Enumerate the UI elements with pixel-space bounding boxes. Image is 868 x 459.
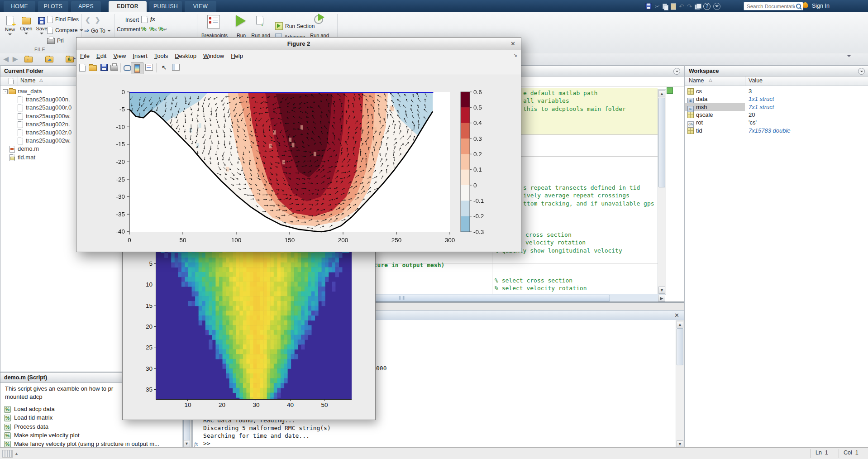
details-description-line1: This script gives an examble on how to p… xyxy=(5,385,113,392)
details-item[interactable]: %Make simple velocity plot xyxy=(0,431,179,440)
help-icon[interactable]: ? xyxy=(703,3,711,10)
path-back-icon[interactable]: ◀ xyxy=(4,55,9,62)
statusbar-expand-icon[interactable]: ▲ xyxy=(14,451,19,456)
figure1-window[interactable]: 10203040505101520253035 xyxy=(122,247,376,420)
workspace-menu-icon[interactable] xyxy=(858,68,865,75)
switch-windows-icon[interactable] xyxy=(695,4,701,10)
new-dropdown-icon[interactable] xyxy=(8,33,12,35)
variable-name: cs xyxy=(696,87,702,95)
command-scrollbar[interactable]: ▲ ▼ xyxy=(676,320,684,449)
tab-plots[interactable]: PLOTS xyxy=(38,1,68,12)
svg-text:-5: -5 xyxy=(119,106,125,113)
workspace-row-qscale[interactable]: qscale 20 xyxy=(685,111,868,119)
expander-icon[interactable]: - xyxy=(3,89,8,94)
workspace-row-msh[interactable]: E msh 7x1 struct xyxy=(685,103,868,111)
workspace-row-cs[interactable]: cs 3 xyxy=(685,87,868,95)
fig-menu-help[interactable]: Help xyxy=(231,53,243,59)
figure2-dock-icon[interactable]: ↘ xyxy=(513,52,517,58)
insert-fx-icon[interactable]: fx xyxy=(150,15,155,23)
run-section-button[interactable]: Run Section xyxy=(275,22,315,30)
open-button[interactable]: Open xyxy=(18,16,34,34)
breadcrumb[interactable]: / xyxy=(68,55,70,62)
open-dropdown-icon[interactable] xyxy=(24,33,28,34)
fig-new-icon[interactable] xyxy=(79,64,87,72)
undo-icon[interactable]: ↶ xyxy=(679,3,684,10)
figure2-titlebar[interactable]: Figure 2 ✕ xyxy=(76,38,521,51)
new-button[interactable]: + New xyxy=(2,16,18,35)
command-window-close-icon[interactable]: ✕ xyxy=(674,312,679,319)
browse-folder-icon[interactable]: ☁ xyxy=(45,57,53,62)
back-icon[interactable]: ❮ xyxy=(85,16,91,24)
redo-icon[interactable]: ↷ xyxy=(687,3,692,10)
editor-scroll-up-icon[interactable]: ▲ xyxy=(658,90,665,97)
up-folder-icon[interactable]: ↑ xyxy=(24,57,33,62)
command-scroll-up-icon[interactable]: ▲ xyxy=(677,321,683,328)
copy-icon[interactable] xyxy=(663,4,668,10)
fig-plottools-icon[interactable] xyxy=(172,64,180,72)
cut-icon[interactable]: ✂ xyxy=(655,3,660,10)
workspace-row-data[interactable]: E data 1x1 struct xyxy=(685,95,868,103)
search-input[interactable] xyxy=(746,3,796,10)
fig-menu-tools[interactable]: Tools xyxy=(154,53,168,59)
details-item[interactable]: %Process data xyxy=(0,423,179,431)
toolbar-options-icon[interactable] xyxy=(713,3,720,10)
print-button[interactable]: Pri xyxy=(47,38,64,44)
go-to-button[interactable]: ⇒Go To xyxy=(84,27,111,34)
code-analyzer-indicator[interactable] xyxy=(667,87,673,94)
editor-scroll-right-icon[interactable]: ▶ xyxy=(658,295,665,301)
compare-button[interactable]: Compare xyxy=(47,27,83,34)
insert-section-icon[interactable] xyxy=(141,16,148,24)
wrap-comment-icon[interactable]: %↵ xyxy=(158,25,167,32)
run-and-advance-icon[interactable]: ↓ xyxy=(256,16,263,26)
workspace-row-rot[interactable]: ch rot 'cs' xyxy=(685,119,868,126)
fig-save-icon[interactable] xyxy=(100,64,109,72)
fig-menu-file[interactable]: File xyxy=(80,53,90,59)
breakpoints-icon[interactable] xyxy=(207,15,220,29)
tab-editor[interactable]: EDITOR xyxy=(109,1,147,12)
sign-in-link[interactable]: Sign In xyxy=(812,0,830,12)
editor-vertical-scrollbar[interactable]: ▲ ▼ xyxy=(658,89,666,295)
fig-legend-icon[interactable] xyxy=(145,64,153,72)
new-folder-icon[interactable]: ↻ xyxy=(66,57,74,62)
tab-home[interactable]: HOME xyxy=(4,1,35,12)
forward-icon[interactable]: ❯ xyxy=(95,16,100,24)
command-prompt[interactable]: >> xyxy=(203,440,210,447)
fig-menu-edit[interactable]: Edit xyxy=(96,53,106,59)
search-icon[interactable] xyxy=(796,4,801,9)
breadcrumb-chevron-icon[interactable]: ▸ xyxy=(73,55,76,61)
notification-bell-icon[interactable] xyxy=(803,2,808,8)
quick-save-icon[interactable] xyxy=(645,3,652,10)
fx-icon[interactable]: fx xyxy=(194,441,198,448)
save-dropdown-icon[interactable] xyxy=(40,33,43,34)
tab-view[interactable]: VIEW xyxy=(185,1,216,12)
workspace-title[interactable]: Workspace xyxy=(685,66,868,76)
uncomment-icon[interactable]: %x xyxy=(149,25,157,32)
editor-scroll-down-icon[interactable]: ▼ xyxy=(658,287,665,294)
fig-menu-view[interactable]: View xyxy=(113,53,126,59)
workspace-row-tid[interactable]: tid 7x15783 double xyxy=(685,127,868,134)
toolstrip-collapse-icon[interactable] xyxy=(847,57,851,64)
paste-icon[interactable] xyxy=(671,3,676,10)
fig-colorbar-toggle[interactable] xyxy=(131,62,143,74)
command-scroll-down-icon[interactable]: ▼ xyxy=(677,440,683,448)
documentation-search-box[interactable] xyxy=(744,2,803,10)
find-files-button[interactable]: Find Files xyxy=(47,16,79,23)
fig-menu-insert[interactable]: Insert xyxy=(133,53,148,59)
workspace-columns-header[interactable]: Name △ Value xyxy=(685,76,868,86)
editor-panel-menu-icon[interactable] xyxy=(673,68,680,75)
run-and-time-icon[interactable] xyxy=(314,15,323,25)
fig-menu-window[interactable]: Window xyxy=(203,53,224,59)
tab-publish[interactable]: PUBLISH xyxy=(149,1,182,12)
fig-print-icon[interactable] xyxy=(110,64,119,72)
fig-open-icon[interactable] xyxy=(89,64,97,72)
path-forward-icon[interactable]: ▶ xyxy=(13,55,18,62)
figure2-close-icon[interactable]: ✕ xyxy=(510,38,515,50)
fig-menu-desktop[interactable]: Desktop xyxy=(175,53,196,59)
run-icon[interactable] xyxy=(236,15,246,27)
fig-pointer-icon[interactable]: ↖ xyxy=(162,64,170,72)
comment-icon[interactable]: % xyxy=(141,25,147,32)
tab-apps[interactable]: APPS xyxy=(71,1,101,12)
figure2-window[interactable]: 0-5-10-15-20-25-30-35-400501001502002503… xyxy=(76,37,521,252)
statusbar-grip[interactable] xyxy=(2,450,13,458)
details-scroll-down-icon[interactable]: ▼ xyxy=(183,440,190,447)
